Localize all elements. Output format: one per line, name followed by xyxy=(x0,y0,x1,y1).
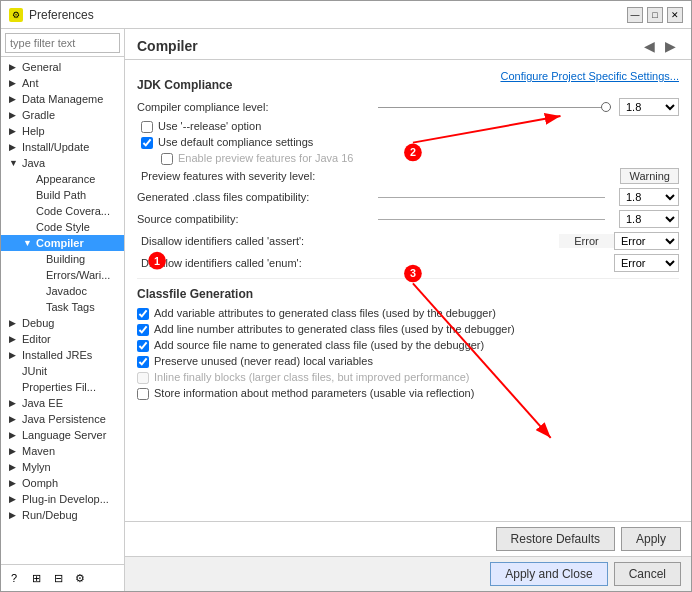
source-compat-select[interactable]: 1.8 xyxy=(619,210,679,228)
sidebar-item-maven[interactable]: ▶Maven xyxy=(1,443,124,459)
restore-defaults-button[interactable]: Restore Defaults xyxy=(496,527,615,551)
disallow-assert-row: Disallow identifiers called 'assert': Er… xyxy=(137,232,679,250)
sidebar-bottom-toolbar: ? ⊞ ⊟ ⚙ xyxy=(1,564,124,591)
sidebar-item-plug-in[interactable]: ▶Plug-in Develop... xyxy=(1,491,124,507)
classfile-item-2: Add line number attributes to generated … xyxy=(137,323,679,336)
compliance-slider[interactable] xyxy=(378,107,611,108)
preferences-window: ⚙ Preferences — □ ✕ ▶General ▶Ant ▶Data … xyxy=(0,0,692,592)
compliance-select[interactable]: 1.8 xyxy=(619,98,679,116)
right-panel: Compiler ◀ ▶ Configure Project Specific … xyxy=(125,29,691,591)
sidebar-item-language-server[interactable]: ▶Language Server xyxy=(1,427,124,443)
classfile-label-6: Store information about method parameter… xyxy=(154,387,474,399)
apply-and-close-button[interactable]: Apply and Close xyxy=(490,562,607,586)
use-release-row: Use '--release' option xyxy=(137,120,679,133)
cancel-button[interactable]: Cancel xyxy=(614,562,681,586)
sidebar-item-java-ee[interactable]: ▶Java EE xyxy=(1,395,124,411)
collapse-icon[interactable]: ⊟ xyxy=(49,569,67,587)
preferences-icon: ⚙ xyxy=(9,8,23,22)
use-default-compliance-row: Use default compliance settings xyxy=(137,136,679,149)
main-content: ▶General ▶Ant ▶Data Manageme ▶Gradle ▶He… xyxy=(1,29,691,591)
sidebar-item-debug[interactable]: ▶Debug xyxy=(1,315,124,331)
forward-button[interactable]: ▶ xyxy=(662,37,679,55)
sidebar-item-build-path[interactable]: Build Path xyxy=(1,187,124,203)
classfile-label-2: Add line number attributes to generated … xyxy=(154,323,515,335)
disallow-assert-select[interactable]: Error xyxy=(614,232,679,250)
sidebar-item-properties-files[interactable]: Properties Fil... xyxy=(1,379,124,395)
generated-compat-label: Generated .class files compatibility: xyxy=(137,191,364,203)
maximize-button[interactable]: □ xyxy=(647,7,663,23)
sidebar: ▶General ▶Ant ▶Data Manageme ▶Gradle ▶He… xyxy=(1,29,125,591)
use-default-compliance-label: Use default compliance settings xyxy=(158,136,313,148)
use-default-compliance-checkbox[interactable] xyxy=(141,137,153,149)
configure-project-link[interactable]: Configure Project Specific Settings... xyxy=(500,70,679,82)
enable-preview-row: Enable preview features for Java 16 xyxy=(137,152,679,165)
panel-body: Configure Project Specific Settings... J… xyxy=(125,60,691,521)
classfile-checkbox-6[interactable] xyxy=(137,388,149,400)
source-compat-row: Source compatibility: 1.8 xyxy=(137,210,679,228)
sidebar-item-installed-jres[interactable]: ▶Installed JREs xyxy=(1,347,124,363)
generated-compat-select[interactable]: 1.8 xyxy=(619,188,679,206)
sidebar-item-ant[interactable]: ▶Ant xyxy=(1,75,124,91)
compiler-compliance-row: Compiler compliance level: 1.8 xyxy=(137,98,679,116)
sidebar-item-help[interactable]: ▶Help xyxy=(1,123,124,139)
classfile-label-1: Add variable attributes to generated cla… xyxy=(154,307,496,319)
preview-severity-row: Preview features with severity level: Wa… xyxy=(137,168,679,184)
classfile-checkbox-4[interactable] xyxy=(137,356,149,368)
disallow-assert-label: Disallow identifiers called 'assert': xyxy=(137,235,559,247)
preview-severity-label: Preview features with severity level: xyxy=(137,170,620,182)
secondary-footer: Restore Defaults Apply xyxy=(125,521,691,556)
primary-footer: Apply and Close Cancel xyxy=(125,556,691,591)
relative-container: Compiler ◀ ▶ Configure Project Specific … xyxy=(125,29,691,521)
apply-button[interactable]: Apply xyxy=(621,527,681,551)
sidebar-item-javadoc[interactable]: Javadoc xyxy=(1,283,124,299)
sidebar-item-task-tags[interactable]: Task Tags xyxy=(1,299,124,315)
classfile-checkbox-1[interactable] xyxy=(137,308,149,320)
filter-input[interactable] xyxy=(5,33,120,53)
sidebar-item-install-update[interactable]: ▶Install/Update xyxy=(1,139,124,155)
minimize-button[interactable]: — xyxy=(627,7,643,23)
classfile-label-3: Add source file name to generated class … xyxy=(154,339,484,351)
classfile-checkbox-3[interactable] xyxy=(137,340,149,352)
classfile-item-1: Add variable attributes to generated cla… xyxy=(137,307,679,320)
sidebar-item-compiler[interactable]: ▼Compiler xyxy=(1,235,124,251)
close-button[interactable]: ✕ xyxy=(667,7,683,23)
classfile-item-6: Store information about method parameter… xyxy=(137,387,679,400)
title-bar-left: ⚙ Preferences xyxy=(9,8,94,22)
enable-preview-checkbox[interactable] xyxy=(161,153,173,165)
classfile-checkbox-2[interactable] xyxy=(137,324,149,336)
use-release-checkbox[interactable] xyxy=(141,121,153,133)
generated-compat-row: Generated .class files compatibility: 1.… xyxy=(137,188,679,206)
sidebar-item-building[interactable]: Building xyxy=(1,251,124,267)
classfile-checkbox-5[interactable] xyxy=(137,372,149,384)
sidebar-item-java[interactable]: ▼Java xyxy=(1,155,124,171)
sidebar-item-gradle[interactable]: ▶Gradle xyxy=(1,107,124,123)
classfile-item-5: Inline finally blocks (larger class file… xyxy=(137,371,679,384)
use-release-label: Use '--release' option xyxy=(158,120,261,132)
help-icon[interactable]: ? xyxy=(5,569,23,587)
window-title: Preferences xyxy=(29,8,94,22)
disallow-enum-select[interactable]: Error xyxy=(614,254,679,272)
panel-toolbar: ◀ ▶ xyxy=(641,37,679,55)
sidebar-item-errors-warnings[interactable]: Errors/Wari... xyxy=(1,267,124,283)
sidebar-item-oomph[interactable]: ▶Oomph xyxy=(1,475,124,491)
window-controls: — □ ✕ xyxy=(627,7,683,23)
sidebar-item-code-coverage[interactable]: Code Covera... xyxy=(1,203,124,219)
classfile-label-4: Preserve unused (never read) local varia… xyxy=(154,355,373,367)
preview-severity-value: Warning xyxy=(620,168,679,184)
settings-icon[interactable]: ⚙ xyxy=(71,569,89,587)
panel-title: Compiler xyxy=(137,38,198,54)
sidebar-item-editor[interactable]: ▶Editor xyxy=(1,331,124,347)
sidebar-item-code-style[interactable]: Code Style xyxy=(1,219,124,235)
sidebar-item-general[interactable]: ▶General xyxy=(1,59,124,75)
expand-icon[interactable]: ⊞ xyxy=(27,569,45,587)
sidebar-tree: ▶General ▶Ant ▶Data Manageme ▶Gradle ▶He… xyxy=(1,57,124,564)
title-bar: ⚙ Preferences — □ ✕ xyxy=(1,1,691,29)
sidebar-item-mylyn[interactable]: ▶Mylyn xyxy=(1,459,124,475)
back-button[interactable]: ◀ xyxy=(641,37,658,55)
sidebar-item-java-persistence[interactable]: ▶Java Persistence xyxy=(1,411,124,427)
sidebar-item-data-management[interactable]: ▶Data Manageme xyxy=(1,91,124,107)
sidebar-item-appearance[interactable]: Appearance xyxy=(1,171,124,187)
separator xyxy=(137,278,679,279)
sidebar-item-junit[interactable]: JUnit xyxy=(1,363,124,379)
sidebar-item-run-debug[interactable]: ▶Run/Debug xyxy=(1,507,124,523)
